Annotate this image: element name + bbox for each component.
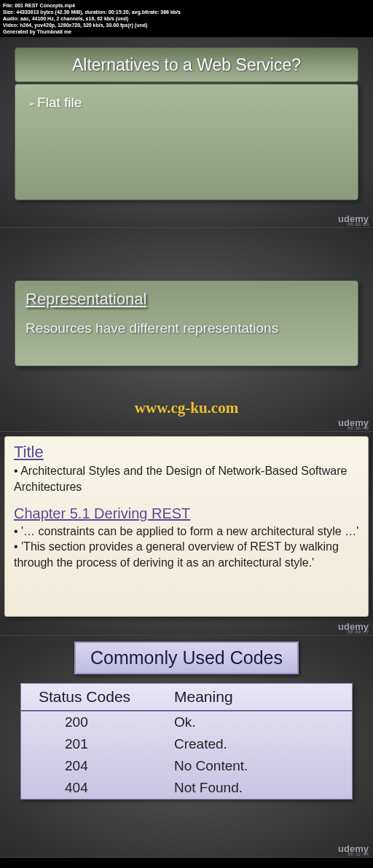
chapter-heading: Chapter 5.1 Deriving REST — [14, 505, 359, 522]
status-meaning: Created. — [174, 736, 352, 752]
video-metadata: File: 001 REST Concepts.mp4 Size: 443336… — [0, 0, 373, 37]
bullet-flat-file: Flat file — [28, 95, 345, 111]
meta-size: Size: 44333613 bytes (42.30 MiB), durati… — [3, 9, 370, 15]
status-meaning: Ok. — [174, 714, 352, 730]
status-meaning: No Content. — [174, 758, 352, 774]
timestamp: 00:06:40 — [348, 425, 369, 430]
status-codes-table: Status Codes Meaning 200 Ok. 201 Created… — [20, 683, 353, 800]
slide-title-banner: Alternatives to a Web Service? — [15, 47, 358, 82]
chapter-text-1: • '… constraints can be applied to form … — [14, 524, 359, 540]
timestamp: 00:03:03 — [348, 221, 369, 226]
title-text: • Architectural Styles and the Design of… — [14, 463, 359, 494]
content-box: Title • Architectural Styles and the Des… — [4, 436, 369, 617]
status-code: 204 — [21, 758, 174, 774]
meta-audio: Audio: aac, 44100 Hz, 2 channels, s16, 6… — [3, 15, 370, 22]
slide-4: Commonly Used Codes Status Codes Meaning… — [0, 636, 373, 858]
watermark-text: www.cg-ku.com — [135, 399, 238, 417]
slide-2: Representational Resources have differen… — [0, 228, 373, 432]
codes-title-text: Commonly Used Codes — [90, 647, 283, 668]
header-status-codes: Status Codes — [21, 688, 174, 706]
status-meaning: Not Found. — [174, 780, 352, 796]
timestamp: 00:09:17 — [348, 629, 369, 634]
table-row: 201 Created. — [21, 733, 352, 755]
timestamp: 00:12:14 — [348, 851, 369, 856]
content-box: Flat file — [15, 84, 358, 200]
meta-video: Video: h264, yuv420p, 1280x720, 320 kb/s… — [3, 22, 370, 28]
status-code: 201 — [21, 736, 174, 752]
table-row: 404 Not Found. — [21, 777, 352, 799]
codes-title-box: Commonly Used Codes — [74, 642, 299, 674]
table-row: 200 Ok. — [21, 711, 352, 733]
slide-1: Alternatives to a Web Service? Flat file… — [0, 37, 373, 228]
status-code: 404 — [21, 780, 174, 796]
status-code: 200 — [21, 714, 174, 730]
representational-heading: Representational — [25, 290, 348, 309]
slide-3: Title • Architectural Styles and the Des… — [0, 432, 373, 636]
meta-generated: Generated by Thumbnail me — [3, 28, 370, 35]
title-heading: Title — [14, 443, 359, 462]
table-header: Status Codes Meaning — [21, 684, 352, 711]
slide-title-text: Alternatives to a Web Service? — [72, 55, 301, 75]
representational-text: Resources have different representations — [25, 320, 348, 336]
content-box: Representational Resources have differen… — [15, 280, 358, 366]
meta-file: File: 001 REST Concepts.mp4 — [3, 2, 370, 9]
header-meaning: Meaning — [174, 688, 352, 706]
table-row: 204 No Content. — [21, 755, 352, 777]
chapter-text-2: • 'This section provides a general overv… — [14, 539, 359, 570]
